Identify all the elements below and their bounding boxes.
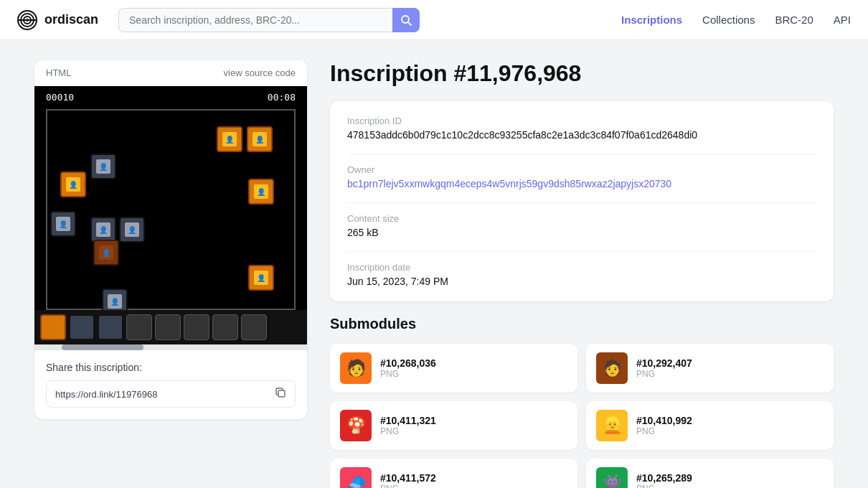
- sprite-2: 👤: [247, 126, 273, 152]
- submodule-id: #10,265,289: [636, 472, 692, 484]
- sprite-1: 👤: [217, 126, 242, 152]
- search-container: [118, 8, 420, 32]
- submodule-id: #10,411,321: [380, 415, 436, 426]
- bottom-slot-2: [155, 314, 181, 340]
- field-inscription-id: Inscription ID 478153addc6b0d79c1c10c2dc…: [347, 116, 816, 141]
- logo-text: ordiscan: [44, 12, 98, 27]
- submodule-info: #10,265,289 PNG: [636, 472, 692, 488]
- search-icon: [400, 14, 412, 26]
- divider-1: [347, 154, 816, 154]
- scrollbar-thumb: [62, 344, 143, 350]
- sprite-6: 👤: [50, 211, 76, 237]
- sprite-10: 👤: [248, 265, 274, 291]
- bottom-sprite-3: [98, 314, 123, 340]
- game-canvas: 00010 00:08 👤 👤 👤 👤: [34, 86, 307, 344]
- preview-card: HTML view source code 00010 00:08 👤 👤: [34, 60, 307, 419]
- inscription-title: Inscription #11,976,968: [330, 60, 834, 87]
- nav-collections[interactable]: Collections: [702, 14, 755, 26]
- main-content: HTML view source code 00010 00:08 👤 👤: [0, 40, 868, 488]
- divider-3: [347, 251, 816, 252]
- submodule-item[interactable]: 🧑 #10,292,407 PNG: [586, 344, 834, 393]
- svg-line-7: [408, 22, 411, 25]
- svg-rect-8: [278, 390, 285, 397]
- submodule-item[interactable]: 🍄 #10,411,321 PNG: [330, 401, 577, 450]
- submodule-type: PNG: [636, 369, 692, 379]
- share-section: Share this inscription:: [34, 350, 307, 419]
- submodule-info: #10,411,321 PNG: [380, 415, 436, 436]
- left-panel: HTML view source code 00010 00:08 👤 👤: [34, 60, 307, 488]
- submodule-item[interactable]: 👾 #10,265,289 PNG: [586, 459, 834, 488]
- info-card: Inscription ID 478153addc6b0d79c1c10c2dc…: [330, 101, 834, 301]
- sprite-9: 👤: [93, 240, 119, 266]
- nav-brc20[interactable]: BRC-20: [775, 14, 813, 26]
- field-value-content-size: 265 kB: [347, 227, 816, 238]
- header: ordiscan Inscriptions Collections BRC-20…: [0, 0, 868, 40]
- submodule-thumb: 👾: [596, 467, 628, 488]
- logo-icon: [17, 10, 37, 30]
- bottom-slot-4: [212, 314, 238, 340]
- field-value-owner[interactable]: bc1prn7lejv5xxmwkgqm4eceps4w5vnrjs59gv9d…: [347, 178, 816, 189]
- sprite-7: 👤: [90, 217, 116, 243]
- copy-button[interactable]: [266, 381, 295, 407]
- bottom-sprite-1: [40, 314, 66, 340]
- submodule-info: #10,410,992 PNG: [636, 415, 692, 436]
- field-value-inscription-date: Jun 15, 2023, 7:49 PM: [347, 276, 816, 287]
- hud-score: 00010: [46, 92, 74, 103]
- submodule-item[interactable]: 👱 #10,410,992 PNG: [586, 401, 834, 450]
- submodule-info: #10,292,407 PNG: [636, 357, 692, 379]
- copy-icon: [275, 387, 286, 398]
- field-label-content-size: Content size: [347, 213, 816, 224]
- submodule-item[interactable]: 🧑 #10,268,036 PNG: [330, 344, 577, 393]
- submodule-id: #10,268,036: [380, 357, 436, 369]
- game-hud: 00010 00:08: [34, 92, 307, 103]
- sprite-4: 👤: [60, 172, 86, 197]
- nav-api[interactable]: API: [834, 14, 851, 26]
- submodule-info: #10,268,036 PNG: [380, 357, 436, 379]
- field-label-inscription-id: Inscription ID: [347, 116, 816, 126]
- submodule-info: #10,411,572 PNG: [380, 472, 436, 488]
- hud-time: 00:08: [268, 92, 296, 103]
- submodules-title: Submodules: [330, 316, 834, 332]
- submodule-item[interactable]: 🧢 #10,411,572 PNG: [330, 459, 577, 488]
- submodule-thumb: 🧑: [340, 352, 372, 384]
- submodules-grid: 🧑 #10,268,036 PNG 🧑 #10,292,407 PNG 🍄 #1…: [330, 344, 834, 488]
- search-input[interactable]: [118, 8, 420, 32]
- sprite-3: 👤: [90, 154, 116, 179]
- submodule-id: #10,292,407: [636, 357, 692, 369]
- logo[interactable]: ordiscan: [17, 10, 98, 30]
- divider-2: [347, 202, 816, 203]
- view-source-link[interactable]: view source code: [224, 67, 296, 78]
- game-bottom-bar: [34, 310, 307, 344]
- share-url-input[interactable]: [47, 383, 266, 406]
- submodules-section: Submodules 🧑 #10,268,036 PNG 🧑 #10,292,4…: [330, 316, 834, 488]
- sprite-5: 👤: [248, 179, 274, 205]
- field-content-size: Content size 265 kB: [347, 213, 816, 238]
- share-label: Share this inscription:: [46, 362, 296, 373]
- field-owner: Owner bc1prn7lejv5xxmwkgqm4eceps4w5vnrjs…: [347, 164, 816, 189]
- submodule-thumb: 🧑: [596, 352, 628, 384]
- preview-type-label: HTML: [46, 67, 71, 78]
- submodule-type: PNG: [636, 426, 692, 436]
- field-inscription-date: Inscription date Jun 15, 2023, 7:49 PM: [347, 262, 816, 287]
- share-input-row: [46, 380, 296, 408]
- svg-point-3: [26, 19, 29, 22]
- submodule-type: PNG: [380, 484, 436, 488]
- nav-inscriptions[interactable]: Inscriptions: [621, 14, 682, 26]
- main-nav: Inscriptions Collections BRC-20 API: [621, 14, 851, 26]
- field-label-inscription-date: Inscription date: [347, 262, 816, 273]
- submodule-thumb: 👱: [596, 410, 628, 441]
- bottom-slot-5: [241, 314, 267, 340]
- sprite-8: 👤: [119, 217, 145, 243]
- right-panel: Inscription #11,976,968 Inscription ID 4…: [330, 60, 834, 488]
- preview-header: HTML view source code: [34, 60, 307, 86]
- submodule-thumb: 🍄: [340, 410, 372, 441]
- bottom-slot-3: [184, 314, 209, 340]
- game-area: 👤 👤 👤 👤 👤 👤: [46, 109, 296, 310]
- bottom-slot-1: [126, 314, 152, 340]
- search-button[interactable]: [392, 8, 420, 32]
- submodule-type: PNG: [380, 426, 436, 436]
- field-value-inscription-id: 478153addc6b0d79c1c10c2dcc8c93255cfa8c2e…: [347, 129, 816, 141]
- field-label-owner: Owner: [347, 164, 816, 175]
- horizontal-scrollbar[interactable]: [34, 344, 307, 350]
- submodule-id: #10,410,992: [636, 415, 692, 426]
